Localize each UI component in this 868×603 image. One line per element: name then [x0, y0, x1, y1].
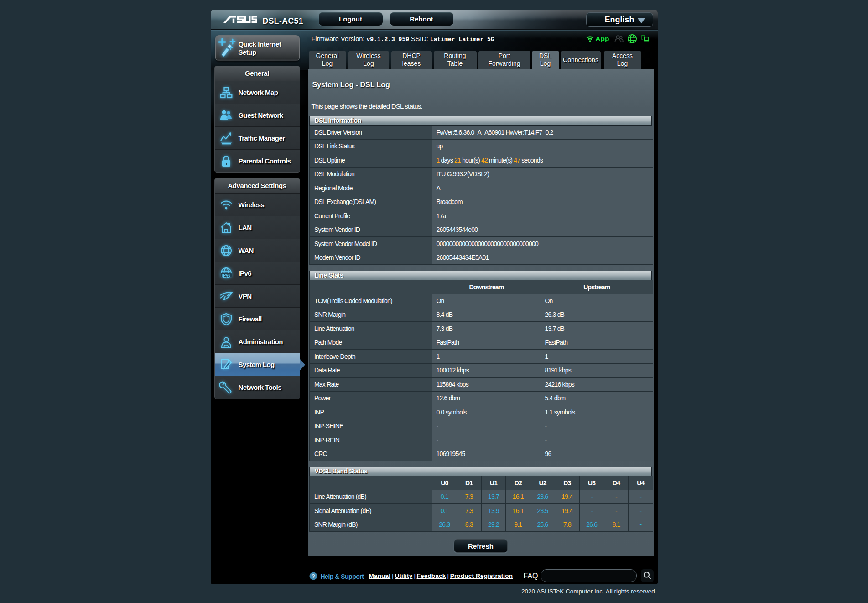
svg-text:?: ?	[312, 573, 315, 580]
svg-text:IPv6: IPv6	[222, 273, 230, 278]
